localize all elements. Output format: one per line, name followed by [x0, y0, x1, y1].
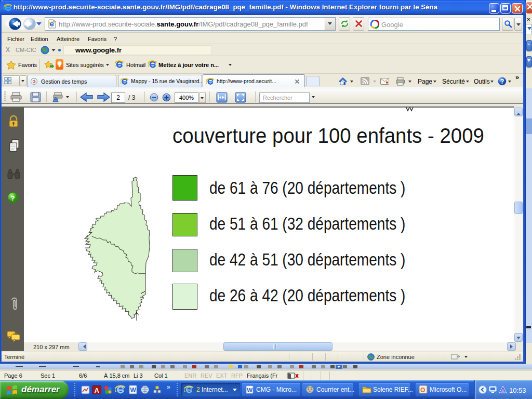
- svg-text:W: W: [130, 387, 137, 394]
- svg-text:?: ?: [500, 78, 504, 85]
- svg-text:W: W: [247, 387, 252, 393]
- svg-text:?: ?: [11, 194, 15, 202]
- svg-text:O: O: [420, 387, 425, 394]
- svg-text:A: A: [95, 387, 100, 394]
